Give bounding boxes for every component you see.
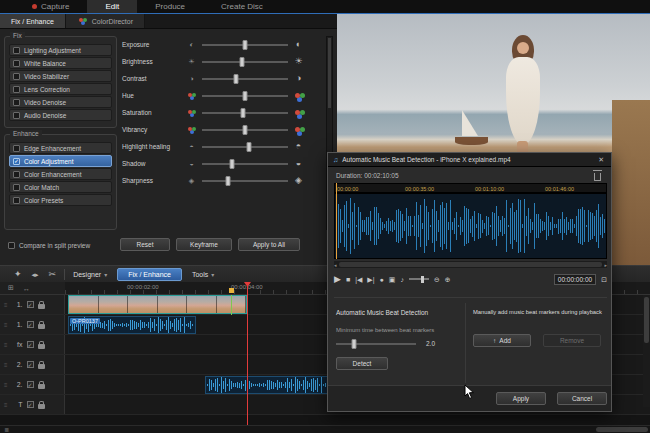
track-drag-handle-icon[interactable]: ≡ (4, 362, 8, 368)
zoom-out-icon[interactable]: ⊖ (434, 276, 440, 283)
enhance-item-color-match[interactable]: Color Match (9, 181, 112, 193)
min-time-slider-thumb[interactable] (351, 339, 356, 349)
timeline-marker[interactable] (229, 288, 234, 293)
record-button[interactable]: ● (380, 276, 384, 283)
shadow-slider-thumb[interactable] (230, 159, 235, 169)
track-header-audio2[interactable]: ≡ 2. (0, 375, 65, 394)
zoom-in-icon[interactable]: ⊕ (445, 276, 451, 283)
highlight-healing-slider[interactable] (202, 146, 288, 148)
split-clip-icon[interactable]: ◂▸ (32, 271, 39, 278)
white-balance-checkbox[interactable] (13, 60, 20, 67)
compare-split-preview-checkbox[interactable] (8, 242, 15, 249)
track-header-fx[interactable]: ≡ fx (0, 335, 65, 354)
color-adjustment-checkbox[interactable] (13, 158, 20, 165)
range-select-icon[interactable]: ↔ (23, 285, 30, 292)
horizontal-scrollbar-thumb[interactable] (596, 427, 648, 432)
video-denoise-checkbox[interactable] (13, 99, 20, 106)
close-icon[interactable]: ✕ (596, 156, 606, 164)
track-enable-checkbox[interactable] (27, 301, 34, 308)
fix-item-white-balance[interactable]: White Balance (9, 57, 112, 69)
hue-slider[interactable] (202, 95, 288, 97)
track-header-audio1[interactable]: ≡ 1. (0, 315, 65, 334)
track-header-title[interactable]: ≡ T (0, 395, 65, 414)
track-drag-handle-icon[interactable]: ≡ (4, 342, 8, 348)
track-lock-icon[interactable] (38, 324, 45, 329)
color-match-checkbox[interactable] (13, 184, 20, 191)
stop-button[interactable]: ■ (346, 276, 350, 283)
track-lock-icon[interactable] (38, 384, 45, 389)
enhance-item-color-presets[interactable]: Color Presets (9, 194, 112, 206)
delete-markers-icon[interactable] (594, 173, 601, 181)
tools-menu[interactable]: Tools ▾ (192, 271, 214, 278)
magic-wand-icon[interactable]: ✦ (14, 270, 22, 279)
dialog-titlebar[interactable]: ♫ Automatic Music Beat Detection - iPhon… (328, 153, 611, 167)
track-enable-checkbox[interactable] (27, 341, 34, 348)
tab-fix-enhance[interactable]: Fix / Enhance (0, 14, 66, 28)
timeline-horizontal-scrollbar[interactable]: ≣ (0, 425, 650, 433)
lighting-adjustment-checkbox[interactable] (13, 47, 20, 54)
track-drag-handle-icon[interactable]: ≡ (4, 302, 8, 308)
sharpness-slider[interactable] (202, 180, 288, 182)
audio-clip[interactable] (205, 376, 335, 394)
dialog-playhead[interactable] (336, 183, 337, 259)
next-frame-button[interactable]: ▶| (367, 276, 374, 283)
snapshot-button[interactable]: ▣ (389, 276, 396, 283)
fix-item-video-stabilizer[interactable]: Video Stabilizer (9, 70, 112, 82)
fix-item-lighting-adjustment[interactable]: Lighting Adjustment (9, 44, 112, 56)
contrast-slider-thumb[interactable] (234, 74, 239, 84)
fix-item-audio-denoise[interactable]: Audio Denoise (9, 109, 112, 121)
reset-button[interactable]: Reset (120, 238, 170, 251)
audio-denoise-checkbox[interactable] (13, 112, 20, 119)
highlight-healing-slider-thumb[interactable] (247, 142, 252, 152)
track-lock-icon[interactable] (38, 344, 45, 349)
snap-grid-icon[interactable]: ⊞ (8, 284, 14, 292)
vibrancy-slider-thumb[interactable] (243, 125, 248, 135)
saturation-slider[interactable] (202, 112, 288, 114)
mute-button[interactable]: ♪ (400, 276, 404, 283)
track-enable-checkbox[interactable] (27, 401, 34, 408)
exposure-slider-thumb[interactable] (243, 40, 248, 50)
detach-view-icon[interactable]: ⊡ (601, 276, 607, 283)
contrast-slider[interactable] (202, 78, 288, 80)
tab-edit[interactable]: Edit (87, 0, 137, 13)
compare-split-preview[interactable]: Compare in split preview (8, 242, 90, 249)
keyframe-button[interactable]: Keyframe (176, 238, 232, 251)
min-time-slider[interactable] (336, 343, 416, 345)
fix-item-lens-correction[interactable]: Lens Correction (9, 83, 112, 95)
track-enable-checkbox[interactable] (27, 321, 34, 328)
scroll-right-icon[interactable]: ▸ (604, 262, 607, 268)
hue-slider-thumb[interactable] (243, 91, 248, 101)
track-drag-handle-icon[interactable]: ≡ (4, 382, 8, 388)
enhance-item-color-enhancement[interactable]: Color Enhancement (9, 168, 112, 180)
track-lock-icon[interactable] (38, 404, 45, 409)
remove-marker-button[interactable]: Remove (543, 334, 601, 347)
apply-button[interactable]: Apply (496, 392, 546, 405)
scissors-icon[interactable]: ✂ (49, 270, 57, 279)
tracks-scrollbar[interactable] (643, 295, 650, 407)
add-marker-button[interactable]: ↑ Add (473, 334, 531, 347)
apply-to-all-button[interactable]: Apply to All (238, 238, 300, 251)
track-header-video1[interactable]: ≡ 1. (0, 295, 65, 314)
color-enhancement-checkbox[interactable] (13, 171, 20, 178)
dialog-waveform-scrollbar[interactable]: ◂ ▸ (334, 261, 607, 268)
dialog-waveform[interactable] (334, 193, 607, 259)
track-lock-icon[interactable] (38, 304, 45, 309)
previous-frame-button[interactable]: |◀ (355, 276, 362, 283)
saturation-slider-thumb[interactable] (241, 108, 246, 118)
vibrancy-slider[interactable] (202, 129, 288, 131)
dialog-waveform-ruler[interactable]: 00:00:00 00:00:35:00 00:01:10:00 00:01:4… (334, 183, 607, 193)
track-lock-icon[interactable] (38, 364, 45, 369)
track-enable-checkbox[interactable] (27, 381, 34, 388)
track-header-video2[interactable]: ≡ 2. (0, 355, 65, 374)
cancel-button[interactable]: Cancel (557, 392, 607, 405)
track-list-menu-icon[interactable]: ≣ (4, 426, 9, 433)
volume-slider[interactable] (409, 278, 429, 280)
designer-menu[interactable]: Designer ▾ (73, 271, 107, 278)
detect-button[interactable]: Detect (336, 357, 388, 370)
brightness-slider[interactable] (202, 61, 288, 63)
track-drag-handle-icon[interactable]: ≡ (4, 322, 8, 328)
fix-item-video-denoise[interactable]: Video Denoise (9, 96, 112, 108)
track-enable-checkbox[interactable] (27, 361, 34, 368)
video-stabilizer-checkbox[interactable] (13, 73, 20, 80)
play-button[interactable]: ▶ (334, 275, 341, 284)
